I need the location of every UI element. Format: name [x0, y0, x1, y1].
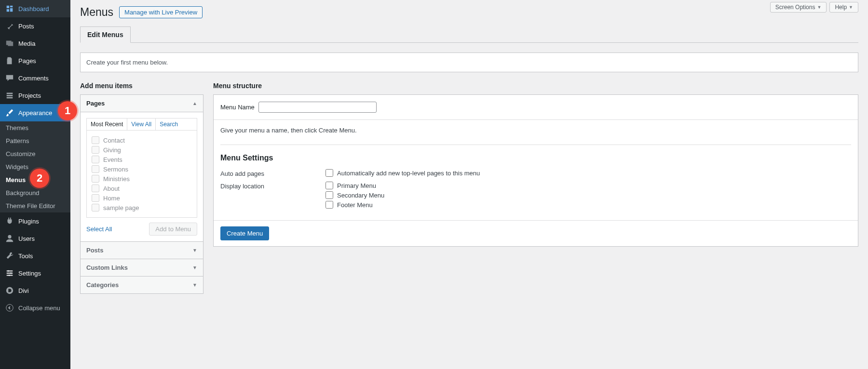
caret-up-icon: ▲	[192, 101, 197, 106]
page-ministries[interactable]: Ministries	[92, 174, 192, 184]
menu-structure-title: Menu structure	[213, 82, 858, 90]
svg-point-1	[8, 270, 10, 272]
main-content: Screen Options▼ Help▼ Menus Manage with …	[70, 0, 868, 369]
manage-live-preview-button[interactable]: Manage with Live Preview	[119, 6, 203, 18]
sidebar-label: Users	[18, 235, 35, 242]
page-sermons[interactable]: Sermons	[92, 164, 192, 174]
subtab-most-recent[interactable]: Most Recent	[87, 119, 127, 130]
first-menu-notice: Create your first menu below.	[80, 53, 858, 72]
location-footer[interactable]: Footer Menu	[326, 201, 851, 209]
sidebar-label: Media	[18, 40, 35, 47]
caret-down-icon: ▼	[192, 248, 197, 253]
auto-add-option[interactable]: Automatically add new top-level pages to…	[326, 169, 851, 177]
page-home[interactable]: Home	[92, 193, 192, 203]
chevron-down-icon: ▼	[817, 5, 821, 10]
location-primary[interactable]: Primary Menu	[326, 182, 851, 189]
wrench-icon	[5, 251, 14, 261]
menu-name-label: Menu Name	[220, 104, 255, 111]
sidebar-item-media[interactable]: Media	[0, 35, 70, 52]
sidebar-item-comments[interactable]: Comments	[0, 69, 70, 87]
menu-name-input[interactable]	[258, 102, 377, 113]
svg-point-2	[10, 272, 12, 274]
svg-point-0	[8, 235, 11, 238]
collapse-menu[interactable]: Collapse menu	[0, 299, 70, 316]
chevron-down-icon: ▼	[849, 5, 853, 10]
tab-edit-menus[interactable]: Edit Menus	[80, 26, 131, 43]
sidebar-item-settings[interactable]: Settings	[0, 264, 70, 282]
page-title: Menus	[80, 6, 113, 19]
sidebar-item-tools[interactable]: Tools	[0, 247, 70, 264]
submenu-themes[interactable]: Themes	[0, 121, 70, 134]
sidebar-item-posts[interactable]: Posts	[0, 17, 70, 35]
sidebar-label: Dashboard	[18, 5, 49, 13]
comments-icon	[5, 73, 14, 83]
menu-items-accordion: Pages ▲ Most Recent View All Search Cont…	[80, 94, 203, 294]
sidebar-label: Settings	[18, 270, 41, 277]
svg-point-5	[6, 304, 13, 311]
auto-add-label: Auto add pages	[220, 169, 326, 177]
user-icon	[5, 234, 14, 243]
nav-tabs: Edit Menus	[80, 26, 858, 43]
screen-options-button[interactable]: Screen Options▼	[770, 2, 827, 13]
help-button[interactable]: Help▼	[829, 2, 858, 13]
sliders-icon	[5, 268, 14, 278]
admin-sidebar: Dashboard Posts Media Pages Comments Pro…	[0, 0, 70, 369]
caret-down-icon: ▼	[192, 265, 197, 270]
sidebar-item-users[interactable]: Users	[0, 230, 70, 247]
submenu-theme-file-editor[interactable]: Theme File Editor	[0, 199, 70, 212]
dashboard-icon	[5, 4, 14, 13]
sidebar-label: Posts	[18, 23, 34, 30]
submenu-customize[interactable]: Customize	[0, 147, 70, 160]
divi-icon	[5, 286, 14, 295]
collapse-icon	[5, 303, 14, 313]
pages-icon	[5, 56, 14, 66]
media-icon	[5, 39, 14, 48]
svg-point-3	[8, 275, 10, 277]
subtab-view-all[interactable]: View All	[127, 119, 156, 130]
collapse-label: Collapse menu	[18, 304, 60, 312]
sidebar-label: Comments	[18, 75, 49, 82]
sidebar-label: Pages	[18, 57, 36, 65]
sidebar-label: Divi	[18, 287, 29, 294]
pages-checklist: Contact Giving Events Sermons Ministries…	[86, 131, 197, 218]
accordion-pages-head[interactable]: Pages ▲	[81, 95, 203, 112]
page-sample[interactable]: sample page	[92, 203, 192, 212]
page-giving[interactable]: Giving	[92, 145, 192, 155]
sidebar-item-projects[interactable]: Projects	[0, 87, 70, 104]
accordion-posts-head[interactable]: Posts ▼	[81, 241, 203, 259]
sidebar-label: Appearance	[18, 109, 52, 117]
appearance-submenu: Themes Patterns Customize Widgets Menus …	[0, 121, 70, 212]
accordion-pages-body: Most Recent View All Search Contact Givi…	[81, 112, 203, 241]
menu-hint: Give your menu a name, then click Create…	[220, 127, 851, 134]
sidebar-label: Tools	[18, 252, 33, 260]
location-secondary[interactable]: Secondary Menu	[326, 191, 851, 199]
sidebar-label: Plugins	[18, 218, 39, 225]
submenu-background[interactable]: Background	[0, 186, 70, 199]
sidebar-item-pages[interactable]: Pages	[0, 52, 70, 69]
projects-icon	[5, 91, 14, 100]
menu-settings-title: Menu Settings	[220, 154, 851, 162]
add-menu-items-title: Add menu items	[80, 82, 203, 90]
sidebar-item-plugins[interactable]: Plugins	[0, 212, 70, 230]
caret-down-icon: ▼	[192, 282, 197, 288]
pin-icon	[5, 21, 14, 31]
page-about[interactable]: About	[92, 184, 192, 193]
subtab-search[interactable]: Search	[156, 119, 197, 130]
page-events[interactable]: Events	[92, 155, 192, 164]
accordion-categories-head[interactable]: Categories ▼	[81, 276, 203, 293]
display-location-label: Display location	[220, 182, 326, 190]
sidebar-label: Projects	[18, 92, 41, 99]
sidebar-item-divi[interactable]: Divi	[0, 282, 70, 299]
create-menu-button[interactable]: Create Menu	[220, 226, 269, 240]
sidebar-item-dashboard[interactable]: Dashboard	[0, 0, 70, 17]
select-all-link[interactable]: Select All	[86, 225, 112, 233]
add-to-menu-button[interactable]: Add to Menu	[149, 223, 197, 236]
menu-structure-panel: Menu Name Give your menu a name, then cl…	[213, 94, 858, 247]
page-contact[interactable]: Contact	[92, 135, 192, 145]
annotation-badge-1: 1	[58, 101, 77, 120]
accordion-custom-links-head[interactable]: Custom Links ▼	[81, 259, 203, 276]
plug-icon	[5, 216, 14, 226]
submenu-patterns[interactable]: Patterns	[0, 134, 70, 147]
brush-icon	[5, 108, 14, 118]
annotation-badge-2: 2	[30, 169, 49, 188]
